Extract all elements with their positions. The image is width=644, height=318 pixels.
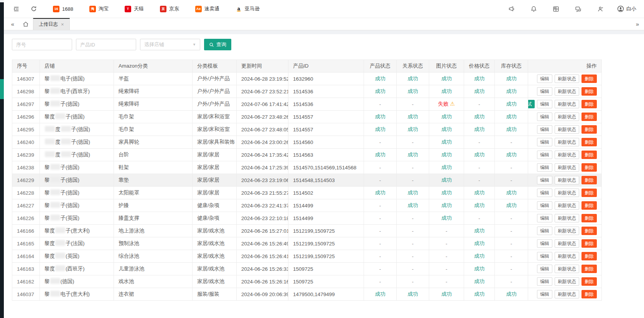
edit-button[interactable]: 编辑 bbox=[537, 125, 552, 134]
redacted-text bbox=[50, 291, 60, 296]
refresh-button[interactable]: 刷新状态 bbox=[555, 227, 579, 235]
cell-amazon-category: 家具脚轮 bbox=[114, 136, 193, 149]
refresh-button[interactable]: 刷新状态 bbox=[555, 100, 579, 108]
tabs-scroll-left-icon[interactable]: « bbox=[7, 18, 18, 30]
search-button[interactable]: 查询 bbox=[204, 39, 231, 50]
user-management-icon[interactable] bbox=[595, 3, 606, 14]
edit-button[interactable]: 编辑 bbox=[537, 290, 552, 298]
edit-button[interactable]: 编辑 bbox=[537, 201, 552, 210]
cell-product-id: 1514536 bbox=[288, 85, 364, 98]
notifications-bell-icon[interactable] bbox=[528, 3, 539, 14]
delete-button[interactable]: 删除 bbox=[581, 75, 597, 83]
platform-tab-淘宝[interactable]: 淘淘宝 bbox=[89, 5, 109, 12]
username-label: 白小 bbox=[626, 5, 636, 12]
delete-button[interactable]: 删除 bbox=[581, 189, 597, 197]
refresh-button[interactable]: 刷新状态 bbox=[555, 163, 579, 172]
refresh-button[interactable]: 刷新状态 bbox=[555, 214, 579, 222]
status-value: 成功 bbox=[441, 202, 452, 208]
cell-template: 家居/戏水池 bbox=[193, 250, 237, 263]
edit-button[interactable]: 编辑 bbox=[537, 227, 552, 235]
platform-tab-1688[interactable]: 161688 bbox=[53, 6, 73, 12]
delete-button[interactable]: 删除 bbox=[581, 265, 597, 273]
refresh-button[interactable]: 刷新状态 bbox=[555, 75, 579, 83]
redacted-text bbox=[61, 126, 71, 132]
delete-button[interactable]: 删除 bbox=[581, 277, 597, 286]
edit-button[interactable]: 编辑 bbox=[537, 87, 552, 96]
edit-button[interactable]: 编辑 bbox=[537, 176, 552, 184]
table-header-row: 序号店铺Amazon分类分类模板更新时间产品ID产品状态关系状态图片状态价格状态… bbox=[12, 60, 602, 73]
collapsed-sidebar[interactable] bbox=[0, 2, 4, 318]
delete-button[interactable]: 删除 bbox=[581, 201, 597, 210]
row-actions: 编辑刷新状态删除 bbox=[533, 290, 597, 298]
cell-relation-status: 成功 bbox=[397, 199, 429, 212]
delete-button[interactable]: 删除 bbox=[581, 252, 597, 260]
tab-close-icon[interactable]: × bbox=[61, 22, 64, 27]
refresh-icon[interactable] bbox=[28, 3, 39, 14]
shop-select[interactable]: 选择店铺 ▼ bbox=[140, 39, 200, 50]
cell-relation-status: - bbox=[397, 275, 429, 288]
delete-button[interactable]: 删除 bbox=[581, 87, 597, 96]
delete-button[interactable]: 删除 bbox=[581, 138, 597, 146]
refresh-button[interactable]: 刷新状态 bbox=[555, 87, 579, 96]
delete-button[interactable]: 删除 bbox=[581, 125, 597, 134]
refresh-button[interactable]: 刷新状态 bbox=[555, 189, 579, 197]
cell-image-status: 成功 bbox=[429, 111, 464, 123]
refresh-button[interactable]: 刷新状态 bbox=[555, 252, 579, 260]
delete-button[interactable]: 删除 bbox=[581, 239, 597, 248]
refresh-button[interactable]: 刷新状态 bbox=[555, 113, 579, 121]
delete-button[interactable]: 删除 bbox=[581, 163, 597, 172]
edit-button[interactable]: 编辑 bbox=[537, 75, 552, 83]
edit-button[interactable]: 编辑 bbox=[537, 138, 552, 146]
seq-input[interactable] bbox=[12, 39, 72, 50]
cell-relation-status: - bbox=[397, 237, 429, 250]
announcement-icon[interactable] bbox=[506, 3, 517, 14]
platform-tab-天猫[interactable]: T天猫 bbox=[125, 5, 144, 12]
refresh-button[interactable]: 刷新状态 bbox=[555, 201, 579, 210]
user-avatar-chip[interactable]: 白小 bbox=[617, 5, 636, 12]
platform-tab-京东[interactable]: 京京东 bbox=[160, 5, 179, 12]
retry-button[interactable]: 重试 bbox=[528, 100, 535, 108]
refresh-button[interactable]: 刷新状态 bbox=[555, 125, 579, 134]
refresh-button[interactable]: 刷新状态 bbox=[555, 138, 579, 146]
product-id-input[interactable] bbox=[76, 39, 136, 50]
edit-button[interactable]: 编辑 bbox=[537, 239, 552, 248]
edit-button[interactable]: 编辑 bbox=[537, 265, 552, 273]
edit-button[interactable]: 编辑 bbox=[537, 100, 552, 108]
delete-button[interactable]: 删除 bbox=[581, 151, 597, 159]
apps-grid-icon[interactable] bbox=[550, 3, 561, 14]
edit-button[interactable]: 编辑 bbox=[537, 113, 552, 121]
tabs-scroll-right-icon[interactable]: » bbox=[631, 18, 644, 30]
col-header-seq: 序号 bbox=[12, 60, 40, 73]
cell-stock-status: 成功 bbox=[495, 85, 528, 98]
home-icon[interactable] bbox=[18, 18, 33, 30]
delete-button[interactable]: 删除 bbox=[581, 227, 597, 235]
cell-product-id: 1512199,1509725 bbox=[288, 225, 364, 237]
delete-button[interactable]: 删除 bbox=[581, 214, 597, 222]
status-value: - bbox=[412, 228, 414, 234]
refresh-button[interactable]: 刷新状态 bbox=[555, 290, 579, 298]
refresh-button[interactable]: 刷新状态 bbox=[555, 176, 579, 184]
collapse-menu-icon[interactable] bbox=[11, 3, 21, 14]
edit-button[interactable]: 编辑 bbox=[537, 214, 552, 222]
edit-button[interactable]: 编辑 bbox=[537, 151, 552, 159]
cell-price-status: - bbox=[464, 98, 495, 111]
refresh-button[interactable]: 刷新状态 bbox=[555, 151, 579, 159]
tab-upload-log[interactable]: 上传日志 × bbox=[33, 18, 70, 30]
delete-button[interactable]: 删除 bbox=[581, 290, 597, 298]
edit-button[interactable]: 编辑 bbox=[537, 277, 552, 286]
delete-button[interactable]: 删除 bbox=[581, 113, 597, 121]
cell-product-status: - bbox=[364, 237, 397, 250]
edit-button[interactable]: 编辑 bbox=[537, 163, 552, 172]
delete-button[interactable]: 删除 bbox=[581, 176, 597, 184]
redacted-text bbox=[55, 265, 65, 271]
platform-tab-速卖通[interactable]: Ae速卖通 bbox=[195, 5, 219, 12]
delete-button[interactable]: 删除 bbox=[581, 100, 597, 108]
feedback-chat-icon[interactable] bbox=[573, 3, 583, 14]
edit-button[interactable]: 编辑 bbox=[537, 189, 552, 197]
platform-tab-亚马逊[interactable]: a亚马逊 bbox=[236, 5, 260, 12]
edit-button[interactable]: 编辑 bbox=[537, 252, 552, 260]
refresh-button[interactable]: 刷新状态 bbox=[555, 239, 579, 248]
refresh-button[interactable]: 刷新状态 bbox=[555, 265, 579, 273]
refresh-button[interactable]: 刷新状态 bbox=[555, 277, 579, 286]
cell-image-status: 成功 bbox=[429, 199, 464, 212]
